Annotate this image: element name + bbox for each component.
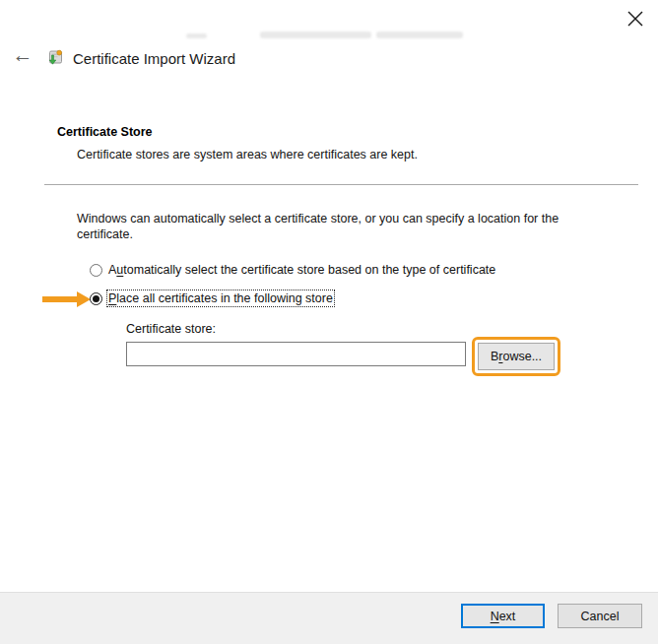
description-text: Windows can automatically select a certi… [77, 212, 563, 242]
browse-label-post: owse... [502, 350, 542, 363]
certificate-store-input[interactable] [126, 342, 466, 366]
next-label-accel: N [491, 610, 499, 623]
redacted-text-artifact [186, 33, 207, 38]
divider [44, 184, 638, 185]
radio-dot [93, 295, 99, 302]
certificate-import-wizard-window: ← Certificate Import Wizard Certificate … [0, 0, 658, 644]
radio-button-selected[interactable] [90, 292, 102, 305]
radio-label-post: tomatically select the certificate store… [123, 263, 495, 277]
section-subheading: Certificate stores are system areas wher… [77, 148, 418, 161]
close-icon[interactable] [626, 10, 644, 28]
annotation-highlight-box: Browse... [472, 337, 560, 376]
browse-label-pre: B [491, 350, 498, 363]
next-label-post: ext [499, 610, 516, 623]
radio-option-place-in-store[interactable]: Place all certificates in the following … [90, 290, 333, 306]
next-button[interactable]: Next [461, 604, 545, 628]
page-title: Certificate Import Wizard [73, 50, 235, 67]
certificate-store-label: Certificate store: [126, 322, 216, 336]
section-heading: Certificate Store [57, 125, 153, 139]
radio-label-post: lace all certificates in the following s… [116, 291, 333, 305]
radio-label[interactable]: Automatically select the certificate sto… [108, 263, 495, 277]
browse-button[interactable]: Browse... [478, 343, 555, 370]
cancel-button[interactable]: Cancel [558, 604, 642, 628]
radio-button-unselected[interactable] [90, 264, 102, 277]
back-arrow-icon[interactable]: ← [10, 43, 35, 67]
radio-option-automatic-store[interactable]: Automatically select the certificate sto… [90, 262, 495, 278]
radio-label[interactable]: Place all certificates in the following … [108, 291, 333, 305]
annotation-arrow-icon [40, 291, 92, 307]
redacted-text-artifact [260, 32, 371, 38]
certificate-import-icon [46, 48, 64, 66]
redacted-text-artifact [376, 32, 463, 38]
